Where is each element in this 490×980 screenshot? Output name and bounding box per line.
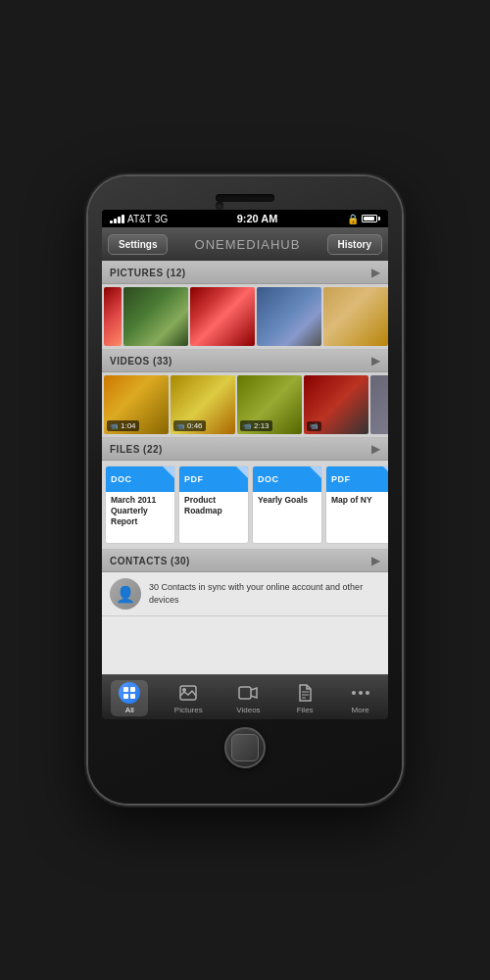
- tab-videos-label: Videos: [236, 706, 260, 714]
- lock-icon: 🔒: [347, 214, 359, 224]
- file-corner-3: [310, 466, 321, 478]
- file-type-3: DOC: [258, 474, 279, 484]
- tab-videos[interactable]: Videos: [228, 680, 268, 716]
- signal-bar-1: [110, 220, 113, 223]
- videos-icon: [238, 686, 258, 700]
- files-arrow: ▶: [371, 442, 380, 456]
- file-corner-4: [383, 466, 388, 478]
- video-thumb-1[interactable]: 📹 1:04: [104, 375, 169, 434]
- status-right: 🔒: [347, 214, 380, 224]
- pictures-icon: [179, 685, 197, 701]
- picture-thumb-1[interactable]: [123, 287, 188, 346]
- speaker: [216, 194, 274, 202]
- file-name-2: Product Roadmap: [184, 495, 243, 516]
- battery-icon: [362, 215, 380, 222]
- signal-bar-2: [114, 219, 117, 223]
- svg-rect-2: [123, 694, 128, 699]
- video-thumb-3[interactable]: 📹 2:13: [237, 375, 302, 434]
- network-label: 3G: [155, 214, 168, 224]
- file-header-3: DOC: [253, 466, 321, 492]
- history-button[interactable]: History: [327, 234, 382, 255]
- pictures-arrow: ▶: [371, 266, 380, 279]
- contact-row[interactable]: 👤 30 Contacts in sync with your online a…: [102, 572, 388, 616]
- video-duration-3: 📹 2:13: [240, 420, 272, 431]
- contacts-title: CONTACTS (30): [110, 556, 190, 566]
- svg-point-11: [359, 691, 363, 695]
- file-card-4[interactable]: PDF Map of NY: [325, 466, 388, 544]
- file-name-3: Yearly Goals: [258, 495, 317, 506]
- svg-rect-1: [130, 687, 135, 692]
- grid-icon: [122, 686, 136, 700]
- tab-files-label: Files: [297, 706, 314, 714]
- signal-bar-4: [122, 215, 124, 223]
- cam-icon-1: 📹: [110, 422, 119, 430]
- tab-pictures-label: Pictures: [174, 706, 203, 714]
- content-area: PICTURES (12) ▶ VIDEOS (33) ▶: [102, 261, 388, 674]
- phone-screen: AT&T 3G 9:20 AM 🔒 Settings ONEMEDIAHUB H…: [102, 210, 388, 719]
- tab-more[interactable]: More: [342, 680, 379, 716]
- cam-icon-2: 📹: [176, 422, 185, 430]
- picture-thumb-2[interactable]: [190, 287, 255, 346]
- nav-bar: Settings ONEMEDIAHUB History: [102, 227, 388, 261]
- tab-pictures-icon: [177, 682, 199, 704]
- contact-avatar: 👤: [110, 578, 141, 610]
- tab-all-icon: [119, 682, 140, 704]
- picture-thumb-3[interactable]: [257, 287, 321, 346]
- svg-point-10: [352, 691, 356, 695]
- home-button-inner: [231, 734, 259, 761]
- videos-section-header[interactable]: VIDEOS (33) ▶: [102, 349, 388, 372]
- tab-all-label: All: [125, 706, 134, 714]
- contacts-section-header[interactable]: CONTACTS (30) ▶: [102, 549, 388, 572]
- phone-frame: AT&T 3G 9:20 AM 🔒 Settings ONEMEDIAHUB H…: [88, 176, 402, 804]
- file-body-2: Product Roadmap: [179, 492, 248, 543]
- tab-more-label: More: [352, 706, 369, 714]
- cam-icon-3: 📹: [243, 422, 252, 430]
- files-section-header[interactable]: FILES (22) ▶: [102, 437, 388, 461]
- svg-point-12: [366, 691, 369, 695]
- status-left: AT&T 3G: [110, 214, 168, 224]
- file-card-1[interactable]: DOC March 2011 Quarterly Report: [105, 466, 175, 544]
- contacts-arrow: ▶: [371, 554, 380, 567]
- tab-videos-icon: [237, 682, 259, 704]
- file-header-2: PDF: [179, 466, 248, 492]
- video-duration-4: 📹: [307, 421, 321, 431]
- home-button[interactable]: [224, 727, 266, 768]
- tab-pictures[interactable]: Pictures: [167, 680, 211, 716]
- more-icon: [352, 690, 369, 696]
- file-name-4: Map of NY: [331, 495, 388, 506]
- video-duration-1: 📹 1:04: [107, 420, 139, 431]
- title-one: ONE: [195, 237, 225, 252]
- status-bar: AT&T 3G 9:20 AM 🔒: [102, 210, 388, 227]
- tab-files[interactable]: Files: [286, 680, 323, 716]
- carrier-label: AT&T: [127, 214, 152, 224]
- tab-all[interactable]: All: [111, 680, 148, 716]
- video-thumb-5[interactable]: [370, 375, 388, 434]
- cam-icon-4: 📹: [310, 422, 318, 430]
- file-card-2[interactable]: PDF Product Roadmap: [178, 466, 249, 544]
- picture-thumb-4[interactable]: [323, 287, 388, 346]
- settings-button[interactable]: Settings: [108, 234, 168, 255]
- person-icon: 👤: [116, 585, 135, 604]
- signal-bars: [110, 215, 124, 223]
- file-header-4: PDF: [326, 466, 388, 492]
- file-card-3[interactable]: DOC Yearly Goals: [252, 466, 322, 544]
- pictures-section-header[interactable]: PICTURES (12) ▶: [102, 261, 388, 284]
- files-title: FILES (22): [110, 444, 163, 455]
- pictures-title: PICTURES (12): [110, 268, 186, 278]
- video-thumb-4[interactable]: 📹: [304, 375, 368, 434]
- picture-thumb-edge[interactable]: [104, 287, 122, 346]
- video-thumb-2[interactable]: 📹 0:46: [171, 375, 235, 434]
- svg-rect-3: [130, 694, 135, 699]
- file-corner-2: [236, 466, 248, 478]
- file-body-3: Yearly Goals: [253, 492, 321, 543]
- title-media: MEDIAHUB: [225, 237, 301, 252]
- svg-rect-6: [239, 687, 251, 699]
- file-corner-1: [163, 466, 174, 478]
- file-body-1: March 2011 Quarterly Report: [106, 492, 174, 543]
- file-type-4: PDF: [331, 474, 351, 484]
- file-body-4: Map of NY: [326, 492, 388, 543]
- file-header-1: DOC: [106, 466, 174, 492]
- file-type-1: DOC: [111, 474, 132, 484]
- video-duration-2: 📹 0:46: [173, 420, 206, 431]
- time-label: 9:20 AM: [237, 213, 278, 224]
